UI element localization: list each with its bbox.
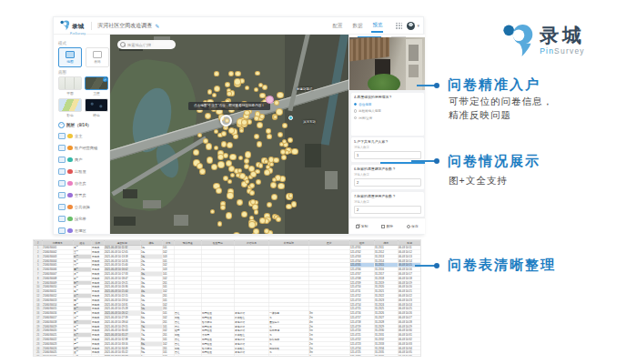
survey-marker[interactable]	[233, 134, 238, 139]
layer-checkbox-icon[interactable]	[58, 133, 66, 140]
survey-marker[interactable]	[248, 166, 255, 172]
survey-marker[interactable]	[214, 146, 218, 150]
survey-marker[interactable]	[217, 221, 222, 226]
edit-title-icon[interactable]: ✎	[155, 23, 159, 29]
basemap-plain[interactable]: 平面	[58, 76, 82, 96]
survey-marker[interactable]	[288, 193, 294, 198]
layer-row[interactable]: 业主	[58, 130, 109, 142]
survey-marker[interactable]	[255, 71, 259, 76]
survey-marker[interactable]	[217, 161, 225, 168]
survey-marker[interactable]	[291, 148, 298, 155]
table-row[interactable]: 262106030026魏**已完成2021-06-03 10:36:589栋1…	[34, 355, 421, 357]
survey-marker[interactable]	[291, 201, 298, 207]
survey-marker[interactable]	[271, 194, 278, 201]
layer-row[interactable]: 出租屋	[58, 166, 109, 177]
scroll-indicator[interactable]	[380, 162, 425, 164]
delete-button[interactable]: 删除	[381, 224, 393, 228]
mode-card-table[interactable]: 表格	[86, 47, 109, 67]
survey-marker[interactable]	[220, 205, 226, 210]
mode-card-map[interactable]: 地图	[58, 47, 82, 67]
survey-marker[interactable]	[264, 169, 271, 177]
selected-point-ring-icon[interactable]	[220, 115, 232, 126]
survey-marker[interactable]	[266, 128, 270, 133]
apps-grid-icon[interactable]	[396, 23, 402, 29]
survey-marker[interactable]	[254, 209, 259, 215]
survey-marker[interactable]	[270, 182, 277, 188]
cluster-marker-pink[interactable]	[266, 96, 274, 104]
survey-marker[interactable]	[259, 217, 266, 224]
number-input[interactable]: 2	[354, 178, 421, 187]
layer-checkbox-icon[interactable]	[58, 145, 66, 152]
survey-marker[interactable]	[234, 78, 241, 86]
survey-marker[interactable]	[228, 71, 234, 76]
survey-marker[interactable]	[214, 86, 220, 92]
nav-item-config[interactable]: 配置	[331, 20, 343, 32]
layer-row[interactable]: 自住房	[58, 177, 109, 189]
save-button[interactable]: 保存	[407, 224, 419, 228]
survey-marker[interactable]	[276, 217, 281, 222]
survey-marker[interactable]	[249, 190, 255, 196]
survey-marker[interactable]	[206, 143, 213, 150]
survey-marker[interactable]	[262, 85, 268, 90]
nav-item-preview[interactable]: 预览	[371, 19, 383, 33]
chevron-down-icon[interactable]: ▾	[417, 23, 419, 28]
survey-marker[interactable]	[272, 177, 277, 182]
survey-marker[interactable]	[278, 183, 285, 190]
survey-marker[interactable]	[225, 82, 230, 87]
basemap-dark[interactable]: 暗色	[85, 98, 108, 117]
survey-marker[interactable]	[259, 93, 265, 98]
survey-marker[interactable]	[227, 142, 233, 148]
survey-marker[interactable]	[233, 232, 240, 234]
survey-marker[interactable]	[288, 137, 293, 143]
number-input[interactable]: 2	[354, 206, 421, 214]
survey-marker[interactable]	[216, 187, 222, 194]
survey-marker[interactable]	[241, 211, 247, 217]
radio-option[interactable]: 闲置/空置	[354, 116, 421, 120]
survey-marker[interactable]	[267, 202, 272, 207]
layer-checkbox-icon[interactable]	[58, 180, 66, 187]
survey-marker[interactable]	[227, 192, 233, 198]
survey-marker[interactable]	[245, 179, 249, 184]
survey-marker[interactable]	[281, 155, 287, 160]
survey-marker[interactable]	[250, 171, 257, 177]
survey-marker[interactable]	[277, 92, 284, 99]
survey-marker[interactable]	[214, 71, 219, 76]
survey-marker[interactable]	[235, 71, 241, 77]
layer-checkbox-icon[interactable]	[58, 168, 66, 176]
survey-marker[interactable]	[273, 157, 278, 163]
survey-marker[interactable]	[217, 154, 224, 160]
survey-marker[interactable]	[241, 119, 247, 126]
survey-marker[interactable]	[199, 168, 206, 175]
layer-checkbox-icon[interactable]	[58, 228, 66, 234]
copy-button[interactable]: 复制	[356, 224, 368, 228]
layer-row[interactable]: 公共设施	[58, 201, 109, 213]
survey-marker[interactable]	[278, 132, 283, 137]
survey-marker[interactable]	[256, 179, 261, 185]
survey-marker[interactable]	[257, 141, 262, 147]
layer-checkbox-icon[interactable]	[58, 157, 66, 164]
survey-marker[interactable]	[245, 86, 249, 90]
survey-marker[interactable]	[258, 163, 263, 167]
layer-row[interactable]: 空置房	[58, 189, 109, 201]
survey-table-screenshot[interactable]: #问卷编号姓名状态提交时间楼栋户号现状用途改造意愿户籍情况补充说明照片经度纬度时…	[33, 239, 421, 357]
layer-row[interactable]: 商户	[58, 154, 109, 166]
marker-teal[interactable]	[288, 116, 293, 120]
radio-option[interactable]: 出租给他人使用	[354, 109, 421, 113]
layer-row[interactable]: 租户经营商铺	[58, 142, 109, 154]
survey-marker[interactable]	[226, 212, 232, 218]
survey-marker[interactable]	[248, 221, 256, 228]
survey-marker[interactable]	[193, 149, 199, 156]
survey-marker[interactable]	[249, 183, 255, 188]
layer-checkbox-icon[interactable]	[58, 216, 66, 223]
survey-marker[interactable]	[245, 151, 252, 158]
avatar[interactable]	[407, 22, 415, 30]
survey-marker[interactable]	[253, 228, 259, 234]
radio-option[interactable]: 自住使用	[354, 103, 421, 106]
survey-marker[interactable]	[239, 128, 244, 133]
map-search-input[interactable]: 搜索地点/门牌	[117, 40, 176, 49]
survey-marker[interactable]	[207, 157, 214, 164]
survey-marker[interactable]	[227, 179, 232, 184]
survey-marker[interactable]	[257, 122, 263, 128]
survey-marker[interactable]	[221, 131, 227, 136]
survey-marker[interactable]	[211, 164, 217, 170]
